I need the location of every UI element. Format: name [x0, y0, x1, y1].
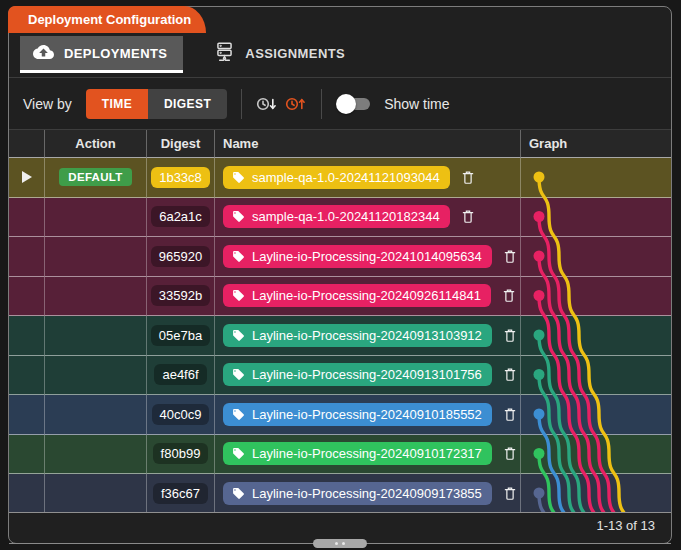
- name-tag-badge[interactable]: Layline-io-Processing-20241014095634: [223, 245, 492, 268]
- table-row[interactable]: 40c0c9Layline-io-Processing-202409101855…: [9, 395, 671, 435]
- delete-button[interactable]: [502, 248, 518, 265]
- action-cell: [45, 316, 147, 356]
- digest-badge: ae4f6f: [154, 364, 206, 385]
- divider: [241, 89, 242, 119]
- digest-badge: f80b99: [153, 443, 209, 464]
- name-tag-label: Layline-io-Processing-20240913103912: [252, 328, 482, 343]
- divider: [321, 89, 322, 119]
- column-header-marker: [9, 130, 45, 158]
- deployments-table: Action Digest Name Graph DEFAULT1b33c8sa…: [9, 130, 671, 512]
- digest-cell: ae4f6f: [147, 356, 215, 396]
- name-tag-label: Layline-io-Processing-20241014095634: [252, 249, 482, 264]
- table-row[interactable]: f80b99Layline-io-Processing-202409101723…: [9, 435, 671, 475]
- name-tag-badge[interactable]: sample-qa-1.0-20241121093044: [223, 166, 450, 189]
- table-row[interactable]: DEFAULT1b33c8sample-qa-1.0-2024112109304…: [9, 158, 671, 198]
- table-body: DEFAULT1b33c8sample-qa-1.0-2024112109304…: [9, 158, 671, 512]
- digest-cell: f80b99: [147, 435, 215, 475]
- tab-bar: DEPLOYMENTS ASSIGNMENTS: [9, 36, 671, 78]
- action-cell: [45, 237, 147, 277]
- digest-badge: f36c67: [153, 483, 208, 504]
- delete-button[interactable]: [502, 445, 518, 462]
- tag-icon: [232, 171, 245, 184]
- row-marker-cell: [9, 237, 45, 277]
- action-cell: [45, 435, 147, 475]
- name-cell: Layline-io-Processing-20240909173855: [215, 474, 521, 512]
- digest-badge: 6a2a1c: [151, 206, 210, 227]
- table-row[interactable]: f36c67Layline-io-Processing-202409091738…: [9, 474, 671, 512]
- view-by-segmented-control: TIME DIGEST: [86, 89, 227, 119]
- name-tag-badge[interactable]: sample-qa-1.0-20241120182344: [223, 205, 450, 228]
- digest-badge: 1b33c8: [151, 167, 210, 188]
- tab-assignments[interactable]: ASSIGNMENTS: [201, 36, 361, 73]
- name-tag-badge[interactable]: Layline-io-Processing-20240926114841: [223, 284, 491, 307]
- graph-cell: [521, 277, 671, 317]
- tab-assignments-label: ASSIGNMENTS: [245, 46, 345, 61]
- default-badge: DEFAULT: [59, 168, 131, 186]
- action-cell: [45, 356, 147, 396]
- name-tag-label: Layline-io-Processing-20240913101756: [252, 367, 482, 382]
- tag-icon: [232, 210, 245, 223]
- delete-button[interactable]: [460, 169, 476, 186]
- row-marker-cell: [9, 198, 45, 238]
- clock-sort-asc-icon[interactable]: [285, 95, 307, 113]
- view-by-digest-button[interactable]: DIGEST: [148, 89, 227, 119]
- action-cell: [45, 395, 147, 435]
- name-tag-badge[interactable]: Layline-io-Processing-20240910172317: [223, 442, 492, 465]
- name-cell: Layline-io-Processing-20240913101756: [215, 356, 521, 396]
- name-cell: sample-qa-1.0-20241120182344: [215, 198, 521, 238]
- delete-button[interactable]: [502, 485, 518, 502]
- table-footer: 1-13 of 13: [9, 512, 671, 538]
- table-row[interactable]: ae4f6fLayline-io-Processing-202409131017…: [9, 356, 671, 396]
- handle-row: [9, 538, 671, 550]
- name-tag-label: Layline-io-Processing-20240910185552: [252, 407, 482, 422]
- name-tag-label: Layline-io-Processing-20240909173855: [252, 486, 482, 501]
- column-header-action: Action: [45, 130, 147, 158]
- tab-deployments[interactable]: DEPLOYMENTS: [20, 36, 183, 73]
- digest-badge: 965920: [151, 246, 210, 267]
- show-time-toggle[interactable]: [336, 94, 372, 114]
- show-time-label: Show time: [384, 96, 449, 112]
- name-tag-badge[interactable]: Layline-io-Processing-20240909173855: [223, 482, 492, 505]
- resize-handle[interactable]: [313, 539, 367, 548]
- name-tag-label: Layline-io-Processing-20240910172317: [252, 446, 482, 461]
- graph-cell: [521, 198, 671, 238]
- title-row: Deployment Configuration: [9, 7, 671, 36]
- action-cell: [45, 474, 147, 512]
- deployment-configuration-panel: Deployment Configuration DEPLOYMENTS: [8, 6, 672, 544]
- view-by-time-button[interactable]: TIME: [86, 89, 148, 119]
- delete-button[interactable]: [502, 327, 518, 344]
- view-options-row: View by TIME DIGEST Sh: [9, 78, 671, 130]
- delete-button[interactable]: [502, 366, 518, 383]
- graph-cell: [521, 474, 671, 512]
- row-marker-cell: [9, 395, 45, 435]
- cloud-upload-icon: [33, 44, 54, 63]
- table-row[interactable]: 33592bLayline-io-Processing-202409261148…: [9, 277, 671, 317]
- action-cell: [45, 198, 147, 238]
- row-marker-cell: [9, 356, 45, 396]
- graph-cell: [521, 435, 671, 475]
- server-rack-icon: [214, 41, 235, 65]
- name-tag-label: Layline-io-Processing-20240926114841: [252, 288, 481, 303]
- name-tag-label: sample-qa-1.0-20241121093044: [252, 170, 440, 185]
- column-header-graph: Graph: [521, 130, 671, 158]
- tab-deployments-label: DEPLOYMENTS: [64, 46, 167, 61]
- delete-button[interactable]: [501, 287, 517, 304]
- table-row[interactable]: 6a2a1csample-qa-1.0-20241120182344: [9, 198, 671, 238]
- digest-badge: 33592b: [151, 285, 210, 306]
- graph-cell: [521, 356, 671, 396]
- table-row[interactable]: 05e7baLayline-io-Processing-202409131039…: [9, 316, 671, 356]
- delete-button[interactable]: [460, 208, 476, 225]
- graph-cell: [521, 158, 671, 198]
- name-tag-badge[interactable]: Layline-io-Processing-20240913103912: [223, 324, 492, 347]
- delete-button[interactable]: [502, 406, 518, 423]
- clock-sort-desc-icon[interactable]: [256, 95, 278, 113]
- name-tag-label: sample-qa-1.0-20241120182344: [252, 209, 440, 224]
- row-marker-cell: [9, 158, 45, 198]
- table-row[interactable]: 965920Layline-io-Processing-202410140956…: [9, 237, 671, 277]
- digest-cell: 40c0c9: [147, 395, 215, 435]
- name-tag-badge[interactable]: Layline-io-Processing-20240910185552: [223, 403, 492, 426]
- expand-row-icon[interactable]: [21, 170, 33, 184]
- column-header-name: Name: [215, 130, 521, 158]
- name-tag-badge[interactable]: Layline-io-Processing-20240913101756: [223, 363, 492, 386]
- tag-icon: [232, 408, 245, 421]
